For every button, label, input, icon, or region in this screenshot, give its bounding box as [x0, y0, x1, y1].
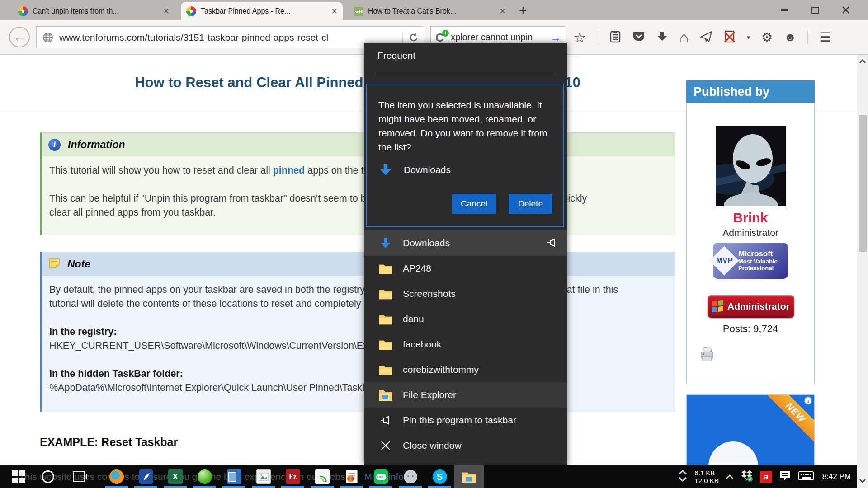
jump-list-item-downloads[interactable]: Downloads	[364, 230, 567, 256]
information-heading: Information	[68, 139, 125, 151]
jump-list-task-file-explorer[interactable]: File Explorer	[364, 382, 567, 408]
task-view-button[interactable]	[69, 465, 89, 488]
taskbar-face-app[interactable]	[396, 465, 425, 488]
downloads-icon[interactable]	[656, 31, 668, 44]
dropbox-icon[interactable]	[741, 469, 753, 484]
reload-button[interactable]	[402, 32, 419, 43]
jump-list-item-screenshots[interactable]: Screenshots	[364, 281, 567, 306]
home-icon[interactable]: ⌂	[679, 28, 689, 46]
wikihow-favicon-icon: wH	[354, 7, 363, 16]
tray-expand-chevron-icon[interactable]	[726, 472, 734, 482]
note-header: Note	[42, 252, 675, 276]
system-tray: 6.1 KB 12.0 KB a	[678, 465, 851, 488]
bookmark-star-icon[interactable]: ☆	[573, 29, 586, 46]
scrollbar-down-arrow[interactable]	[857, 476, 868, 485]
pin-item-icon[interactable]	[546, 237, 558, 251]
ad-graphic	[708, 441, 758, 465]
ad-info-icon[interactable]: i	[804, 396, 812, 405]
search-go-icon[interactable]: →	[550, 31, 561, 44]
taskbar-firefox[interactable]	[102, 465, 131, 488]
delete-button[interactable]: Delete	[509, 194, 552, 214]
printer-icon[interactable]	[697, 344, 717, 366]
face-app-icon	[404, 470, 417, 483]
tab-taskbar-pinned-apps[interactable]: Taskbar Pinned Apps - Re... ×	[181, 2, 343, 20]
info-paragraph-1: This tutorial will show you how to reset…	[49, 164, 668, 178]
clock[interactable]: 8:42 PM	[822, 472, 851, 481]
gear-icon[interactable]: ⚙	[761, 30, 773, 45]
windows-flag-icon	[712, 300, 723, 313]
back-arrow-icon: ←	[13, 30, 26, 44]
taskbar-skype[interactable]: S	[425, 465, 454, 488]
taskbar-line[interactable]: LINE	[366, 465, 396, 488]
photo-viewer-icon	[256, 469, 271, 484]
taskbar-excel[interactable]: X	[160, 465, 190, 488]
tenforums-favicon-icon	[186, 6, 196, 16]
window-close-button[interactable]	[835, 3, 856, 17]
url-text[interactable]: www.tenforums.com/tutorials/3151-taskbar…	[59, 32, 328, 43]
chevron-down-icon[interactable]: ▾	[747, 34, 750, 41]
jump-list-item-facebook[interactable]: facebook	[364, 332, 567, 357]
reading-list-icon[interactable]	[609, 30, 621, 45]
back-button[interactable]: ←	[9, 27, 30, 47]
wifi-tool-icon	[315, 469, 330, 484]
action-center-icon[interactable]	[779, 470, 792, 483]
dialog-message: The item you selected is unavailable. It…	[378, 98, 552, 154]
note-icon	[48, 257, 60, 271]
jump-list-item-corebizwithtommy[interactable]: corebizwithtommy	[364, 357, 567, 382]
pocket-icon[interactable]	[632, 31, 645, 44]
jump-list-task-close-window[interactable]: Close window	[364, 433, 567, 458]
search-input[interactable]: xplorer cannot unpin	[451, 32, 533, 42]
jump-list-item-danu[interactable]: danu	[364, 306, 567, 332]
tab-close-icon[interactable]: ×	[163, 6, 169, 16]
jump-list-items: Downloads AP248 Screenshots	[364, 230, 567, 458]
taskbar-green-orb-app[interactable]	[190, 465, 219, 488]
information-body: This tutorial will show you how to reset…	[42, 156, 675, 220]
feedback-smiley-icon[interactable]: ☻	[784, 30, 796, 44]
taskbar-wifi-tool[interactable]	[307, 465, 337, 488]
publisher-username[interactable]: Brink	[687, 210, 814, 225]
taskbar-document-tool[interactable]	[337, 465, 366, 488]
start-button[interactable]	[6, 465, 30, 488]
net-speed-arrows-icon[interactable]	[678, 469, 688, 485]
windows-logo-icon	[12, 470, 25, 483]
taskbar-blue-window-app[interactable]	[219, 465, 249, 488]
tab-close-icon[interactable]: ×	[331, 6, 337, 16]
taskbar-notes-app[interactable]	[131, 465, 160, 488]
tab-cant-unpin[interactable]: Can't unpin items from th... ×	[13, 2, 175, 20]
scrollbar-up-arrow[interactable]	[857, 56, 868, 66]
folder-icon	[378, 339, 393, 350]
send-tab-icon[interactable]	[700, 31, 712, 44]
tenforums-favicon-icon	[18, 6, 28, 16]
menu-hamburger-icon[interactable]: ☰	[819, 30, 830, 45]
cortana-search-button[interactable]	[38, 465, 58, 488]
reload-icon	[408, 32, 419, 43]
taskbar-apps: X Fz	[102, 465, 484, 488]
new-tab-button[interactable]: +	[519, 3, 527, 18]
taskbar-file-explorer[interactable]	[454, 465, 484, 488]
search-engine-icon[interactable]: C +	[434, 31, 448, 44]
page-title: How to Reset and Clear All Pinned Apps o…	[40, 75, 675, 91]
taskbar-photo-viewer[interactable]	[249, 465, 278, 488]
scrollbar-thumb[interactable]	[859, 115, 867, 252]
tab-title: Taskbar Pinned Apps - Re...	[201, 7, 290, 15]
avatar[interactable]	[716, 126, 786, 208]
pinned-link[interactable]: pinned	[273, 165, 305, 176]
jump-list-item-ap248[interactable]: AP248	[364, 256, 567, 281]
avira-icon[interactable]: a	[760, 471, 772, 483]
window-restore-button[interactable]	[805, 3, 826, 17]
tab-close-icon[interactable]: ×	[500, 6, 505, 16]
jump-list-task-pin-program[interactable]: Pin this program to taskbar	[364, 408, 567, 433]
touch-keyboard-icon[interactable]	[798, 470, 814, 483]
toolbar-actions: ☆ ⌂ ▾ ⚙ ☻	[573, 26, 830, 48]
page-scrollbar[interactable]	[857, 55, 868, 488]
toolbar-divider	[807, 31, 808, 44]
note-body: By default, the pinned apps on your task…	[42, 276, 675, 395]
blocked-plugin-icon[interactable]	[724, 30, 736, 45]
mvp-badge: MVP Microsoft Most Valuable Professional	[713, 243, 788, 279]
taskbar-filezilla[interactable]: Fz	[278, 465, 307, 488]
note-heading: Note	[67, 258, 90, 270]
cancel-button[interactable]: Cancel	[452, 194, 496, 214]
ad-banner[interactable]: NEW i	[686, 394, 815, 465]
tab-cat-broken[interactable]: wH How to Treat a Cat's Brok... ×	[349, 2, 511, 20]
window-minimize-button[interactable]	[774, 3, 795, 17]
